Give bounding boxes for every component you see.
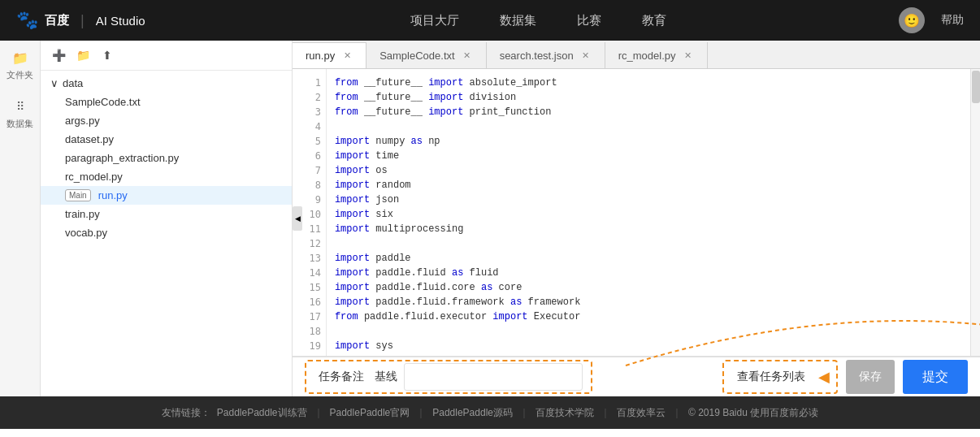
subtitle: AI Studio — [96, 14, 145, 28]
main-layout: 📁 文件夹 ⠿ 数据集 ➕ 📁 ⬆ ∨ data SampleCode.txt … — [0, 41, 980, 396]
folder-data[interactable]: ∨ data — [41, 74, 292, 93]
tab-rcmodel-label: rc_model.py — [618, 50, 676, 62]
file-args-label: args.py — [65, 115, 100, 127]
chevron-down-icon: ∨ — [50, 77, 59, 89]
editor-area: ◀ run.py ✕ SampleCode.txt ✕ search.test.… — [293, 41, 980, 396]
brand-name: 百度 — [45, 13, 69, 28]
sidebar-dataset-label: 数据集 — [7, 118, 33, 130]
nav-right: 🙂 帮助 — [899, 7, 964, 33]
scrollbar-right[interactable] — [970, 69, 980, 356]
task-note-label: 任务备注 — [314, 370, 368, 384]
code-content[interactable]: from __future__ import absolute_import f… — [327, 69, 970, 356]
file-tree-toolbar: ➕ 📁 ⬆ — [41, 41, 292, 71]
view-tasks-button[interactable]: 查看任务列表 — [724, 360, 818, 394]
nav-item-dataset[interactable]: 数据集 — [500, 13, 536, 28]
tab-searchtestjson-label: search.test.json — [500, 50, 574, 62]
help-button[interactable]: 帮助 — [941, 13, 964, 28]
file-runpy[interactable]: Main run.py — [41, 186, 292, 205]
tab-rcmodel[interactable]: rc_model.py ✕ — [605, 42, 708, 68]
folder-name: data — [63, 77, 83, 89]
file-dataset-label: dataset.py — [65, 133, 114, 145]
file-vocab[interactable]: vocab.py — [41, 223, 292, 242]
tab-rcmodel-close[interactable]: ✕ — [683, 50, 694, 61]
footer-prefix: 友情链接： — [162, 406, 210, 420]
tab-runpy[interactable]: run.py ✕ — [293, 42, 366, 68]
tab-searchtestjson-close[interactable]: ✕ — [580, 50, 592, 61]
sidebar-icons: 📁 文件夹 ⠿ 数据集 — [0, 41, 41, 396]
baidu-paw-icon: 🐾 — [16, 10, 38, 31]
footer-link-paddle-camp[interactable]: PaddlePaddle训练营 — [217, 406, 307, 420]
logo-divider: | — [80, 12, 85, 29]
footer-link-baidu-ai[interactable]: 百度技术学院 — [536, 406, 594, 420]
footer-link-paddle-official[interactable]: PaddlePaddle官网 — [330, 406, 410, 420]
sidebar-item-files[interactable]: 📁 文件夹 — [7, 49, 33, 81]
file-args[interactable]: args.py — [41, 111, 292, 130]
file-dataset[interactable]: dataset.py — [41, 130, 292, 149]
view-tasks-area: 查看任务列表 ◀ — [722, 360, 838, 394]
nav-item-education[interactable]: 教育 — [642, 13, 666, 28]
file-paragraph-label: paragraph_extraction.py — [65, 152, 179, 164]
main-badge: Main — [65, 189, 91, 201]
footer-copyright: © 2019 Baidu 使用百度前必读 — [688, 406, 818, 420]
tab-samplecode[interactable]: SampleCode.txt ✕ — [366, 42, 487, 68]
file-rcmodel-label: rc_model.py — [65, 171, 123, 183]
tab-samplecode-label: SampleCode.txt — [379, 50, 455, 62]
scrollbar-thumb[interactable] — [972, 71, 980, 103]
tab-runpy-close[interactable]: ✕ — [341, 50, 353, 62]
file-samplecode-label: SampleCode.txt — [65, 96, 141, 108]
avatar[interactable]: 🙂 — [899, 7, 925, 33]
submit-button[interactable]: 提交 — [903, 360, 968, 394]
sidebar-files-label: 文件夹 — [7, 69, 33, 81]
footer-link-baidu-efficiency[interactable]: 百度效率云 — [617, 406, 666, 420]
nav-item-competition[interactable]: 比赛 — [577, 13, 601, 28]
tab-searchtestjson[interactable]: search.test.json ✕ — [487, 42, 605, 68]
dataset-icon: ⠿ — [11, 97, 29, 115]
collapse-panel-button[interactable]: ◀ — [293, 206, 302, 231]
tab-runpy-label: run.py — [306, 50, 335, 62]
file-train-label: train.py — [65, 208, 100, 220]
top-nav: 🐾 百度 | AI Studio 项目大厅 数据集 比赛 教育 🙂 帮助 — [0, 0, 980, 41]
logo-area: 🐾 百度 | AI Studio — [16, 10, 145, 31]
code-editor[interactable]: 1234567891011121314151617181920 ▸2122232… — [293, 69, 980, 356]
file-vocab-label: vocab.py — [65, 227, 107, 239]
footer-link-paddle-source[interactable]: PaddlePaddle源码 — [432, 406, 513, 420]
tab-samplecode-close[interactable]: ✕ — [462, 50, 473, 61]
nav-menu: 项目大厅 数据集 比赛 教育 — [178, 13, 899, 28]
task-note-area: 任务备注 基线 — [305, 360, 592, 394]
baseline-label: 基线 — [375, 370, 397, 384]
nav-item-project[interactable]: 项目大厅 — [410, 13, 459, 28]
new-file-button[interactable]: ➕ — [50, 47, 67, 63]
file-tree: ➕ 📁 ⬆ ∨ data SampleCode.txt args.py data… — [41, 41, 293, 396]
file-runpy-label: run.py — [98, 189, 128, 201]
upload-button[interactable]: ⬆ — [99, 47, 115, 63]
arrow-right-icon: ◀ — [818, 368, 830, 386]
bottom-bar: 任务备注 基线 查看任务列表 ◀ — [293, 356, 980, 396]
sidebar-item-datasets[interactable]: ⠿ 数据集 — [7, 97, 33, 130]
file-paragraph[interactable]: paragraph_extraction.py — [41, 149, 292, 167]
task-note-input[interactable] — [404, 363, 583, 391]
tab-bar: run.py ✕ SampleCode.txt ✕ search.test.js… — [293, 41, 980, 69]
file-train[interactable]: train.py — [41, 205, 292, 223]
footer: 友情链接： PaddlePaddle训练营 ｜ PaddlePaddle官网 ｜… — [0, 396, 980, 429]
save-button[interactable]: 保存 — [846, 360, 895, 394]
new-folder-button[interactable]: 📁 — [75, 47, 91, 63]
folder-icon: 📁 — [11, 49, 29, 67]
file-rcmodel[interactable]: rc_model.py — [41, 167, 292, 186]
file-tree-body: ∨ data SampleCode.txt args.py dataset.py… — [41, 71, 292, 245]
file-samplecode[interactable]: SampleCode.txt — [41, 93, 292, 111]
